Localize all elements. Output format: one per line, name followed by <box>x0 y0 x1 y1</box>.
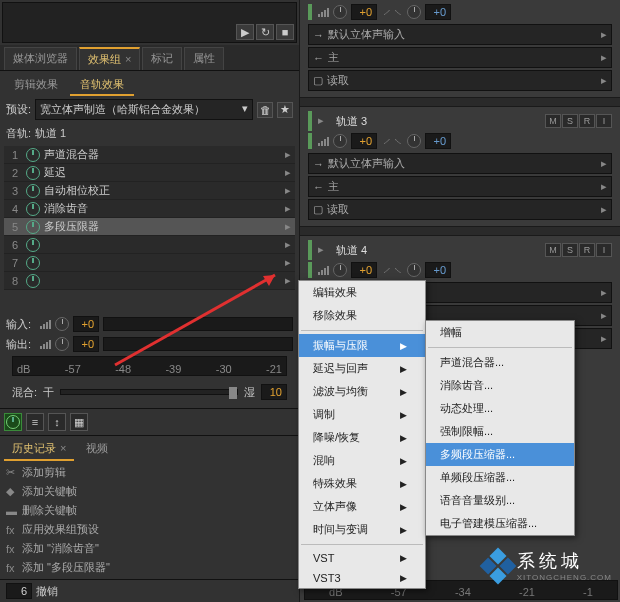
menu-modulation[interactable]: 调制▶ <box>299 403 425 426</box>
fx-slot[interactable]: 2延迟▸ <box>4 164 295 182</box>
record-button[interactable]: R <box>579 114 595 128</box>
power-icon[interactable] <box>26 238 40 252</box>
tool-button[interactable]: ≡ <box>26 413 44 431</box>
output-gain-value[interactable]: +0 <box>73 336 99 352</box>
track-bus-select[interactable]: ←主▸ <box>308 176 612 197</box>
preset-dropdown[interactable]: 宽立体声制造（哈斯铝合金效果）▾ <box>35 99 253 120</box>
menu-vst3[interactable]: VST3▶ <box>299 568 425 588</box>
tab-video[interactable]: 视频 <box>78 438 116 461</box>
input-gain-knob[interactable] <box>55 317 69 331</box>
menu-amplitude[interactable]: 振幅与压限▶ <box>299 334 425 357</box>
mute-button[interactable]: M <box>545 243 561 257</box>
pan-knob[interactable] <box>407 263 421 277</box>
history-item[interactable]: ◆添加关键帧 <box>4 482 295 501</box>
menu-vst[interactable]: VST▶ <box>299 548 425 568</box>
fx-slot[interactable]: 3自动相位校正▸ <box>4 182 295 200</box>
volume-value[interactable]: +0 <box>351 4 377 20</box>
record-button[interactable]: R <box>579 243 595 257</box>
tool-button[interactable]: ↕ <box>48 413 66 431</box>
menu-time-pitch[interactable]: 时间与变调▶ <box>299 518 425 541</box>
subtab-clip-fx[interactable]: 剪辑效果 <box>4 75 68 96</box>
track-input-select[interactable]: →默认立体声输入▸ <box>308 153 612 174</box>
close-icon[interactable]: × <box>125 53 131 65</box>
submenu-hard-limiter[interactable]: 强制限幅... <box>426 420 574 443</box>
history-item[interactable]: fx添加 "消除齿音" <box>4 539 295 558</box>
delete-preset-icon[interactable]: 🗑 <box>257 102 273 118</box>
menu-special[interactable]: 特殊效果▶ <box>299 472 425 495</box>
track-automation-select[interactable]: ▢读取▸ <box>308 199 612 220</box>
volume-knob[interactable] <box>333 134 347 148</box>
submenu-gain[interactable]: 增幅 <box>426 321 574 344</box>
pan-value[interactable]: +0 <box>425 133 451 149</box>
menu-remove-effect[interactable]: 移除效果 <box>299 304 425 327</box>
tab-effects-rack[interactable]: 效果组× <box>79 47 140 70</box>
solo-button[interactable]: S <box>562 243 578 257</box>
menu-delay-echo[interactable]: 延迟与回声▶ <box>299 357 425 380</box>
fx-slot[interactable]: 4消除齿音▸ <box>4 200 295 218</box>
submenu-singleband-compressor[interactable]: 单频段压缩器... <box>426 466 574 489</box>
tool-button[interactable]: ▦ <box>70 413 88 431</box>
play-button[interactable]: ▶ <box>236 24 254 40</box>
pan-value[interactable]: +0 <box>425 262 451 278</box>
input-gain-value[interactable]: +0 <box>73 316 99 332</box>
favorite-icon[interactable]: ★ <box>277 102 293 118</box>
output-gain-knob[interactable] <box>55 337 69 351</box>
menu-reverb[interactable]: 混响▶ <box>299 449 425 472</box>
fx-slot[interactable]: 7▸ <box>4 254 295 272</box>
track-bus-select[interactable]: ←主▸ <box>308 47 612 68</box>
track-name[interactable]: 轨道 4 <box>336 243 541 258</box>
power-icon[interactable] <box>26 274 40 288</box>
power-icon[interactable] <box>26 184 40 198</box>
track-input-select[interactable]: →默认立体声输入▸ <box>308 24 612 45</box>
history-item[interactable]: ✂添加剪辑 <box>4 463 295 482</box>
volume-value[interactable]: +0 <box>351 262 377 278</box>
mute-button[interactable]: M <box>545 114 561 128</box>
submenu-channel-mixer[interactable]: 声道混合器... <box>426 351 574 374</box>
tab-media-browser[interactable]: 媒体浏览器 <box>4 47 77 70</box>
subtab-track-fx[interactable]: 音轨效果 <box>70 75 134 96</box>
loop-button[interactable]: ↻ <box>256 24 274 40</box>
pan-knob[interactable] <box>407 5 421 19</box>
pan-knob[interactable] <box>407 134 421 148</box>
tab-properties[interactable]: 属性 <box>184 47 224 70</box>
fx-slot[interactable]: 1声道混合器▸ <box>4 146 295 164</box>
volume-knob[interactable] <box>333 263 347 277</box>
mix-value[interactable]: 10 <box>261 384 287 400</box>
power-icon[interactable] <box>26 202 40 216</box>
submenu-dynamics[interactable]: 动态处理... <box>426 397 574 420</box>
history-item[interactable]: fx添加 "多段压限器" <box>4 558 295 577</box>
input-monitor-button[interactable]: I <box>596 243 612 257</box>
history-item[interactable]: ▬删除关键帧 <box>4 501 295 520</box>
power-icon[interactable] <box>26 220 40 234</box>
expand-icon[interactable]: ▸ <box>318 114 332 128</box>
fx-slot[interactable]: 5多段压限器▸ <box>4 218 295 236</box>
power-icon[interactable] <box>26 256 40 270</box>
fx-slot[interactable]: 6▸ <box>4 236 295 254</box>
menu-stereo[interactable]: 立体声像▶ <box>299 495 425 518</box>
track-automation-select[interactable]: ▢读取▸ <box>308 70 612 91</box>
tab-markers[interactable]: 标记 <box>142 47 182 70</box>
menu-noise-reduction[interactable]: 降噪/恢复▶ <box>299 426 425 449</box>
pan-value[interactable]: +0 <box>425 4 451 20</box>
rack-power-button[interactable] <box>4 413 22 431</box>
power-icon[interactable] <box>26 166 40 180</box>
history-item[interactable]: fx应用效果组预设 <box>4 520 295 539</box>
fx-slot[interactable]: 8▸ <box>4 272 295 290</box>
menu-filter-eq[interactable]: 滤波与均衡▶ <box>299 380 425 403</box>
submenu-multiband-compressor[interactable]: 多频段压缩器... <box>426 443 574 466</box>
volume-value[interactable]: +0 <box>351 133 377 149</box>
expand-icon[interactable]: ▸ <box>318 243 332 257</box>
power-icon[interactable] <box>26 148 40 162</box>
input-monitor-button[interactable]: I <box>596 114 612 128</box>
menu-edit-effect[interactable]: 编辑效果 <box>299 281 425 304</box>
solo-button[interactable]: S <box>562 114 578 128</box>
submenu-speech-volume[interactable]: 语音音量级别... <box>426 489 574 512</box>
mix-slider[interactable] <box>60 389 238 395</box>
delete-icon: ▬ <box>6 505 22 517</box>
volume-knob[interactable] <box>333 5 347 19</box>
track-name[interactable]: 轨道 3 <box>336 114 541 129</box>
submenu-deesser[interactable]: 消除齿音... <box>426 374 574 397</box>
submenu-tube-compressor[interactable]: 电子管建模压缩器... <box>426 512 574 535</box>
tab-history[interactable]: 历史记录× <box>4 438 74 461</box>
stop-button[interactable]: ■ <box>276 24 294 40</box>
